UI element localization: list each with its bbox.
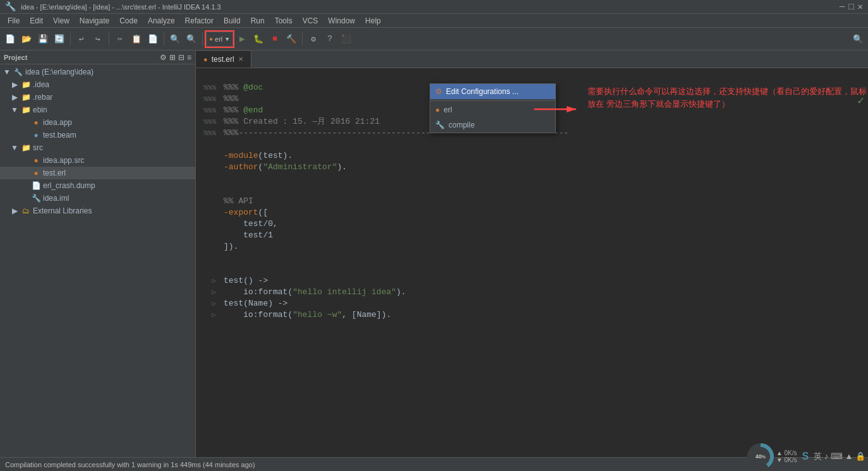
code-line-10 [196, 173, 868, 184]
redo-button[interactable]: ↪ [90, 32, 105, 47]
menu-navigate[interactable]: Navigate [75, 15, 114, 27]
menu-tools[interactable]: Tools [270, 15, 298, 27]
code-line-7 [196, 139, 868, 150]
tab-label: test.erl [212, 55, 234, 64]
tab-close-button[interactable]: ✕ [238, 56, 243, 63]
tree-item-test-beam[interactable]: · ● test.beam [0, 129, 195, 141]
tree-item-erl-crash[interactable]: · 📄 erl_crash.dump [0, 179, 195, 192]
menu-view[interactable]: View [48, 15, 75, 27]
toolbar: 📄 📂 💾 🔄 ↩ ↪ ✂ 📋 📄 🔍 🔍 ● erl ▼ ▶ 🐛 ■ 🔨 ⚙ … [0, 28, 868, 51]
tree-item-idea-app[interactable]: · ● idea.app [0, 116, 195, 129]
save-button[interactable]: 💾 [35, 32, 51, 47]
menu-file[interactable]: File [3, 15, 25, 27]
status-bar: Compilation completed successfully with … [0, 457, 868, 471]
ext-lib-icon: 🗂 [21, 206, 30, 215]
dropdown-item-compile[interactable]: 🔧 compile [430, 117, 555, 133]
paste-button[interactable]: 📄 [145, 32, 160, 47]
run-config-button[interactable]: ● erl ▼ [206, 32, 233, 47]
editor-tabs: ● test.erl ✕ [196, 51, 868, 68]
code-line-8: -module(test). [196, 150, 868, 162]
idea-app-src-icon: ● [32, 156, 40, 165]
sync-button[interactable]: 🔄 [52, 32, 67, 47]
code-line-18 [196, 264, 868, 275]
project-panel: Project ⚙ ⊞ ⊟ ≡ ▼ 🔧 idea (E:\erlang\idea… [0, 51, 196, 457]
run-config-label: erl [215, 35, 222, 43]
external-libs-label: External Libraries [33, 206, 92, 215]
code-line-16: ]). [196, 241, 868, 253]
menu-refactor[interactable]: Refactor [180, 15, 219, 27]
tree-item-external-libs[interactable]: ▶ 🗂 External Libraries [0, 205, 195, 217]
open-button[interactable]: 📂 [19, 32, 34, 47]
collapse-icon[interactable]: ⊟ [178, 53, 184, 62]
code-line-1 [196, 71, 868, 82]
erl-dropdown-label: erl [443, 105, 452, 114]
tb-sep-5 [302, 33, 303, 45]
copy-button[interactable]: 📋 [129, 32, 144, 47]
stop-button[interactable]: ■ [267, 32, 282, 47]
menu-bar: File Edit View Navigate Code Analyze Ref… [0, 14, 868, 28]
code-line-15: test/1 [196, 230, 868, 241]
run-button[interactable]: ▶ [234, 32, 250, 47]
run-config-icon: ● [209, 35, 213, 42]
tree-item-ebin-folder[interactable]: ▼ 📁 ebin [0, 104, 195, 116]
replace-button[interactable]: 🔍 [184, 32, 199, 47]
speed-widget: ▲ 0K/s ▼ 0K/s [776, 450, 797, 463]
code-line-19: ▷ test() -> [196, 275, 868, 287]
test-erl-label: test.erl [43, 169, 66, 177]
tree-item-idea-app-src[interactable]: · ● idea.app.src [0, 154, 195, 167]
code-line-14: test/0, [196, 218, 868, 230]
tb-sep-3 [164, 33, 164, 45]
tree-item-src-folder[interactable]: ▼ 📁 src [0, 141, 195, 154]
tree-item-idea-folder[interactable]: ▶ 📁 .idea [0, 78, 195, 91]
settings-icon[interactable]: ≡ [187, 53, 191, 62]
editor-tab-test-erl[interactable]: ● test.erl ✕ [196, 51, 251, 68]
status-icon-s: S [802, 451, 809, 462]
annotation-arrow [524, 100, 588, 116]
minimize-button[interactable]: ─ [840, 3, 845, 11]
build-button[interactable]: 🔨 [284, 32, 299, 47]
tree-item-root[interactable]: ▼ 🔧 idea (E:\erlang\idea) [0, 66, 195, 78]
gear-icon[interactable]: ⚙ [160, 53, 167, 62]
root-expand-icon: ▼ [3, 68, 11, 76]
find-button[interactable]: 🔍 [167, 32, 183, 47]
menu-code[interactable]: Code [114, 15, 143, 27]
tb-sep-2 [109, 33, 109, 45]
debug-button[interactable]: 🐛 [251, 32, 266, 47]
cut-button[interactable]: ✂ [112, 32, 128, 47]
tab-icon: ● [203, 56, 208, 63]
menu-analyze[interactable]: Analyze [143, 15, 180, 27]
menu-vcs[interactable]: VCS [298, 15, 323, 27]
rebar-folder-label: .rebar [33, 93, 52, 102]
menu-help[interactable]: Help [360, 15, 386, 27]
annotation-text-block: 需要执行什么命令可以再这边选择，还支持快捷键（看自己的爱好配置，鼠标放在 旁边三… [588, 85, 868, 110]
spacer: · [20, 194, 29, 203]
close-button[interactable]: ✕ [858, 3, 863, 11]
project-tree: ▼ 🔧 idea (E:\erlang\idea) ▶ 📁 .idea ▶ 📁 … [0, 64, 195, 457]
new-button[interactable]: 📄 [3, 32, 18, 47]
code-line-11 [196, 184, 868, 196]
tree-item-test-erl[interactable]: · ● test.erl [0, 167, 195, 179]
menu-run[interactable]: Run [246, 15, 270, 27]
menu-build[interactable]: Build [219, 15, 246, 27]
spacer: · [20, 181, 29, 190]
dropdown-item-edit-configurations[interactable]: ⚙ Edit Configurations ... [430, 84, 555, 99]
idea-app-src-label: idea.app.src [43, 156, 84, 165]
speed-up: ▲ 0K/s [776, 450, 797, 456]
menu-edit[interactable]: Edit [25, 15, 48, 27]
annotation-text: 需要执行什么命令可以再这边选择，还支持快捷键（看自己的爱好配置，鼠标放在 旁边三… [588, 85, 868, 110]
idea-app-label: idea.app [43, 118, 72, 127]
menu-window[interactable]: Window [323, 15, 360, 27]
help-button[interactable]: ? [322, 32, 337, 47]
undo-button[interactable]: ↩ [74, 32, 89, 47]
sdk-button[interactable]: ⚙ [306, 32, 321, 47]
ebin-folder-icon: 📁 [21, 105, 30, 114]
maximize-button[interactable]: □ [848, 3, 853, 11]
expand-icon[interactable]: ⊞ [169, 53, 176, 62]
project-panel-title: Project [4, 54, 27, 61]
erl-crash-label: erl_crash.dump [43, 181, 95, 190]
tb-sep-4 [202, 33, 203, 45]
terminal-button[interactable]: ⬛ [339, 32, 354, 47]
search-everywhere-icon[interactable]: 🔍 [850, 32, 865, 47]
tree-item-idea-iml[interactable]: · 🔧 idea.iml [0, 192, 195, 205]
tree-item-rebar-folder[interactable]: ▶ 📁 .rebar [0, 91, 195, 104]
